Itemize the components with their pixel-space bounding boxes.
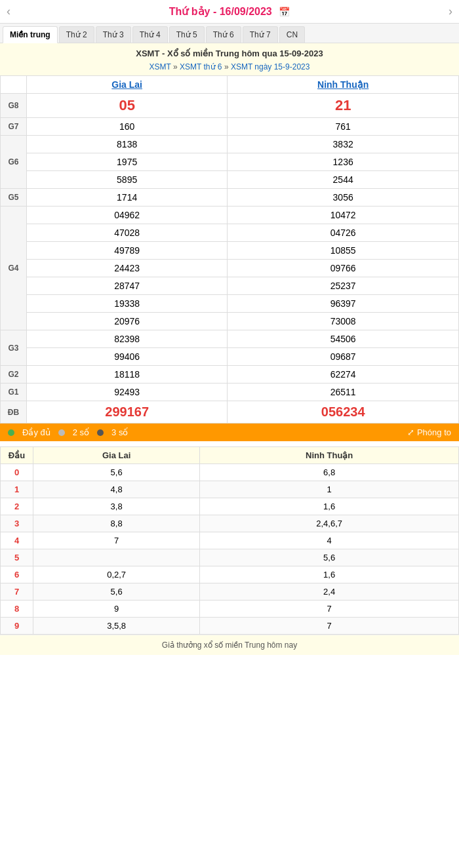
prize-g4-ninhthuan-4: 25237 bbox=[228, 277, 459, 295]
dau-gialai-value: 5,6 bbox=[33, 583, 200, 601]
dot-3so-label[interactable]: 3 số bbox=[111, 427, 128, 437]
nav-right-button[interactable]: › bbox=[449, 5, 452, 18]
dau-value: 3 bbox=[1, 515, 33, 532]
dau-ninhthuan-value: 4 bbox=[200, 532, 459, 549]
dau-gialai-value: 5,6 bbox=[33, 464, 200, 481]
prize-g4-gialai-6: 20976 bbox=[27, 313, 228, 330]
prize-g7-gialai: 160 bbox=[27, 118, 228, 136]
dot-2so-icon[interactable] bbox=[58, 429, 65, 436]
table-row: G3 82398 54506 bbox=[1, 330, 459, 348]
table-row: G2 18118 62274 bbox=[1, 366, 459, 384]
dau-gialai-value bbox=[33, 549, 200, 566]
xsmt-link-1[interactable]: XSMT bbox=[150, 62, 171, 71]
bottom-note: Giả thưởng xổ số miền Trung hôm nay bbox=[0, 635, 459, 655]
table-row: 5895 2544 bbox=[1, 171, 459, 189]
table-row: 47028 04726 bbox=[1, 224, 459, 242]
dau-value: 7 bbox=[1, 583, 33, 601]
prize-g6-gialai-2: 5895 bbox=[27, 171, 228, 189]
prize-g4-gialai-5: 19338 bbox=[27, 295, 228, 313]
tab-thu7[interactable]: Thứ 7 bbox=[243, 26, 278, 43]
prize-db-gialai: 299167 bbox=[27, 401, 228, 424]
tab-thu4[interactable]: Thứ 4 bbox=[132, 26, 168, 43]
tab-cn[interactable]: CN bbox=[279, 26, 305, 43]
prize-g1-gialai: 92493 bbox=[27, 384, 228, 401]
prize-g4-gialai-0: 04962 bbox=[27, 207, 228, 224]
prize-g8-label: G8 bbox=[1, 94, 27, 118]
prize-g6-ninhthuan-1: 1236 bbox=[228, 153, 459, 171]
dau-gialai-value: 7 bbox=[33, 532, 200, 549]
table-row: G1 92493 26511 bbox=[1, 384, 459, 401]
prize-g4-ninhthuan-0: 10472 bbox=[228, 207, 459, 224]
list-item: 897 bbox=[1, 601, 459, 618]
tab-thu3[interactable]: Thứ 3 bbox=[96, 26, 131, 43]
phong-to-button[interactable]: ⤢ Phóng to bbox=[407, 427, 451, 437]
dot-full-icon[interactable] bbox=[8, 429, 14, 436]
prize-g4-label: G4 bbox=[1, 207, 27, 330]
table-row: G8 05 21 bbox=[1, 94, 459, 118]
dau-value: 2 bbox=[1, 498, 33, 515]
table-row: 19338 96397 bbox=[1, 295, 459, 313]
prize-g4-ninhthuan-1: 04726 bbox=[228, 224, 459, 242]
prize-g4-ninhthuan-5: 96397 bbox=[228, 295, 459, 313]
prize-g6-ninhthuan-2: 2544 bbox=[228, 171, 459, 189]
dau-ninhthuan-value: 5,6 bbox=[200, 549, 459, 566]
prize-g2-label: G2 bbox=[1, 366, 27, 384]
prize-g3-ninhthuan-0: 54506 bbox=[228, 330, 459, 348]
dau-ninhthuan-value: 1,6 bbox=[200, 498, 459, 515]
prize-g8-ninhthuan: 21 bbox=[228, 94, 459, 118]
list-item: 23,81,6 bbox=[1, 498, 459, 515]
list-item: 75,62,4 bbox=[1, 583, 459, 601]
dau-ninhthuan-value: 6,8 bbox=[200, 464, 459, 481]
table-row: G7 160 761 bbox=[1, 118, 459, 136]
resize-icon: ⤢ bbox=[407, 427, 414, 437]
calendar-icon[interactable]: 📅 bbox=[279, 7, 290, 17]
dau-header-dau: Đầu bbox=[1, 447, 33, 464]
table-row: G6 8138 3832 bbox=[1, 136, 459, 153]
dau-value: 9 bbox=[1, 618, 33, 635]
xsmt-links: XSMT » XSMT thứ 6 » XSMT ngày 15-9-2023 bbox=[0, 61, 459, 75]
xsmt-link-3[interactable]: XSMT ngày 15-9-2023 bbox=[231, 62, 310, 71]
prize-g7-ninhthuan: 761 bbox=[228, 118, 459, 136]
tab-mien-trung[interactable]: Miền trung bbox=[3, 26, 58, 43]
dau-header-ninhthuan: Ninh Thuận bbox=[200, 447, 459, 464]
dau-value: 8 bbox=[1, 601, 33, 618]
col-header-ninhthuan: Ninh Thuận bbox=[228, 76, 459, 94]
tab-thu5[interactable]: Thứ 5 bbox=[169, 26, 205, 43]
dau-header-gialai: Gia Lai bbox=[33, 447, 200, 464]
prize-g4-ninhthuan-3: 09766 bbox=[228, 260, 459, 277]
dau-gialai-value: 0,2,7 bbox=[33, 566, 200, 583]
dau-gialai-value: 3,5,8 bbox=[33, 618, 200, 635]
dot-3so-icon[interactable] bbox=[97, 429, 104, 436]
prize-g4-gialai-4: 28747 bbox=[27, 277, 228, 295]
prize-g3-gialai-0: 82398 bbox=[27, 330, 228, 348]
footer-bar: Đầy đủ 2 số 3 số ⤢ Phóng to bbox=[0, 424, 459, 441]
dau-gialai-value: 3,8 bbox=[33, 498, 200, 515]
tab-thu2[interactable]: Thứ 2 bbox=[59, 26, 94, 43]
tab-thu6[interactable]: Thứ 6 bbox=[206, 26, 241, 43]
dau-ninhthuan-value: 2,4 bbox=[200, 583, 459, 601]
xsmt-link-2[interactable]: XSMT thứ 6 bbox=[180, 62, 222, 71]
prize-g4-gialai-1: 47028 bbox=[27, 224, 228, 242]
header-title: Thứ bảy - 16/09/2023 📅 bbox=[169, 5, 290, 18]
list-item: 93,5,87 bbox=[1, 618, 459, 635]
prize-g1-label: G1 bbox=[1, 384, 27, 401]
prize-g5-gialai: 1714 bbox=[27, 189, 228, 207]
dau-ninhthuan-value: 2,4,6,7 bbox=[200, 515, 459, 532]
dot-full-label[interactable]: Đầy đủ bbox=[22, 427, 50, 437]
dot-2so-label[interactable]: 2 số bbox=[73, 427, 89, 437]
prize-g2-gialai: 18118 bbox=[27, 366, 228, 384]
dau-ninhthuan-value: 7 bbox=[200, 601, 459, 618]
list-item: 55,6 bbox=[1, 549, 459, 566]
prize-g4-ninhthuan-6: 73008 bbox=[228, 313, 459, 330]
dau-value: 0 bbox=[1, 464, 33, 481]
tabs-bar: Miền trung Thứ 2 Thứ 3 Thứ 4 Thứ 5 Thứ 6… bbox=[0, 24, 459, 43]
prize-g4-ninhthuan-2: 10855 bbox=[228, 242, 459, 260]
dau-gialai-value: 8,8 bbox=[33, 515, 200, 532]
dau-value: 5 bbox=[1, 549, 33, 566]
dau-gialai-value: 9 bbox=[33, 601, 200, 618]
dau-value: 6 bbox=[1, 566, 33, 583]
dau-table: Đầu Gia Lai Ninh Thuận 05,66,814,8123,81… bbox=[0, 446, 459, 635]
prize-g8-gialai: 05 bbox=[27, 94, 228, 118]
nav-left-button[interactable]: ‹ bbox=[7, 5, 10, 18]
list-item: 14,81 bbox=[1, 481, 459, 498]
